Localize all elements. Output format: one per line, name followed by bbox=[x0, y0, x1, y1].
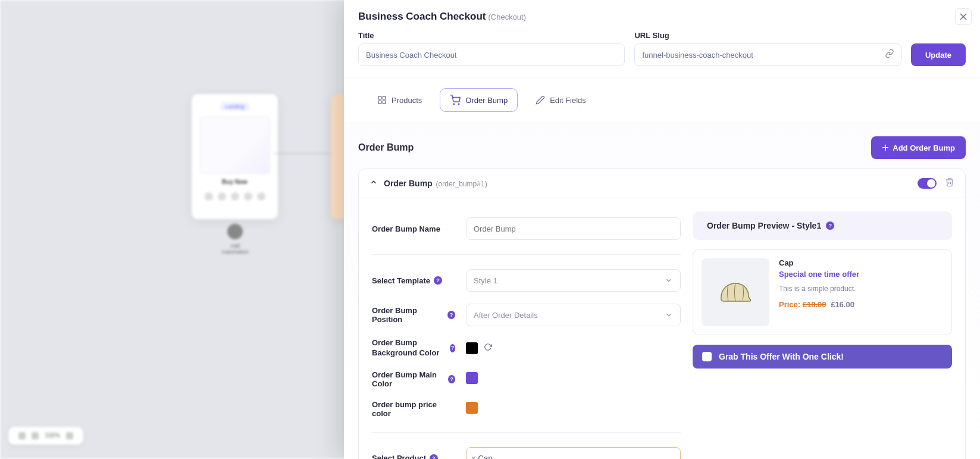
checkout-settings-panel: Business Coach Checkout (Checkout) Title… bbox=[344, 0, 980, 459]
help-icon[interactable]: ? bbox=[450, 344, 455, 352]
preview-box: Cap Special one time offer This is a sim… bbox=[693, 249, 952, 335]
preview-heading: Order Bump Preview - Style1 ? bbox=[693, 211, 952, 240]
row-bg-color: Order Bump Background Color ? bbox=[372, 332, 681, 364]
section-title: Order Bump bbox=[358, 142, 414, 153]
order-bump-form: Order Bump Name Select Template ? bbox=[372, 211, 681, 459]
grab-checkbox[interactable] bbox=[702, 352, 712, 361]
svg-rect-3 bbox=[378, 101, 381, 104]
link-icon[interactable] bbox=[885, 49, 894, 61]
tab-edit-fields[interactable]: Edit Fields bbox=[526, 88, 596, 112]
plus-icon bbox=[882, 144, 889, 151]
canvas-step-badge: Landing bbox=[220, 102, 249, 111]
tab-order-bump[interactable]: Order Bump bbox=[440, 88, 518, 112]
cart-icon bbox=[450, 95, 461, 105]
select-product-input[interactable]: ×Cap bbox=[466, 447, 681, 459]
panel-body: Order Bump Add Order Bump Order Bump (or… bbox=[344, 123, 980, 459]
name-input[interactable] bbox=[466, 217, 681, 240]
help-icon[interactable]: ? bbox=[447, 311, 455, 319]
preview-product-name: Cap bbox=[779, 258, 943, 267]
row-position: Order Bump Position ? After Order Detail… bbox=[372, 298, 681, 332]
row-price-color: Order bump price color bbox=[372, 394, 681, 424]
bg-color-swatch[interactable] bbox=[466, 342, 478, 354]
update-button[interactable]: Update bbox=[911, 43, 966, 66]
add-order-bump-label: Add Order Bump bbox=[893, 143, 955, 152]
chevron-down-icon bbox=[665, 276, 673, 285]
canvas-step-thumbnail bbox=[200, 117, 270, 174]
slug-label: URL Slug bbox=[634, 31, 901, 40]
grid-icon bbox=[377, 95, 387, 105]
order-bump-card-body: Order Bump Name Select Template ? bbox=[359, 198, 965, 459]
row-select-product: Select Product ? ×Cap bbox=[372, 441, 681, 459]
trash-icon bbox=[945, 177, 954, 187]
position-label: Order Bump Position ? bbox=[372, 306, 455, 324]
page-title: Business Coach Checkout bbox=[358, 11, 486, 23]
chevron-down-icon bbox=[665, 311, 673, 319]
title-field: Title bbox=[358, 31, 625, 66]
svg-rect-1 bbox=[383, 96, 386, 99]
preview-price: Price: £18.00 £16.00 bbox=[779, 300, 943, 309]
preview-offer-text: Special one time offer bbox=[779, 270, 943, 279]
svg-point-5 bbox=[459, 104, 460, 105]
delete-order-bump-button[interactable] bbox=[945, 177, 954, 189]
order-bump-card-title: Order Bump (order_bump#1) bbox=[384, 179, 487, 188]
canvas-add-step: Add Automation bbox=[220, 224, 250, 255]
bg-color-label: Order Bump Background Color ? bbox=[372, 338, 455, 358]
slug-input[interactable] bbox=[634, 43, 901, 66]
close-button[interactable] bbox=[955, 8, 972, 25]
divider bbox=[372, 254, 681, 255]
help-icon[interactable]: ? bbox=[448, 375, 455, 383]
row-name: Order Bump Name bbox=[372, 211, 681, 246]
preview-product-image bbox=[702, 258, 769, 326]
product-chip[interactable]: ×Cap bbox=[471, 454, 492, 459]
main-color-label: Order Bump Main Color ? bbox=[372, 370, 455, 388]
row-template: Select Template ? Style 1 bbox=[372, 263, 681, 298]
canvas-step-title: Buy Now bbox=[198, 179, 272, 185]
svg-point-4 bbox=[453, 104, 455, 105]
add-order-bump-button[interactable]: Add Order Bump bbox=[871, 136, 966, 159]
svg-rect-0 bbox=[378, 96, 381, 99]
main-color-swatch[interactable] bbox=[466, 372, 478, 384]
cap-icon bbox=[716, 277, 754, 307]
chevron-up-icon bbox=[370, 178, 378, 189]
order-bump-preview: Order Bump Preview - Style1 ? bbox=[693, 211, 952, 459]
canvas-step-actions bbox=[198, 192, 272, 201]
tab-products[interactable]: Products bbox=[368, 88, 431, 112]
price-color-label: Order bump price color bbox=[372, 400, 455, 418]
svg-rect-2 bbox=[383, 101, 386, 104]
divider bbox=[372, 432, 681, 433]
order-bump-card: Order Bump (order_bump#1) Order Bump Nam… bbox=[358, 168, 966, 459]
panel-header: Business Coach Checkout (Checkout) Title… bbox=[344, 0, 980, 77]
preview-description: This is a simple product. bbox=[779, 285, 943, 293]
template-label: Select Template ? bbox=[372, 276, 455, 285]
row-main-color: Order Bump Main Color ? bbox=[372, 364, 681, 394]
tab-bar: Products Order Bump Edit Fields bbox=[344, 77, 980, 123]
order-bump-card-header[interactable]: Order Bump (order_bump#1) bbox=[359, 169, 965, 198]
preview-grab-bar[interactable]: Grab This Offer With One Click! bbox=[693, 345, 952, 369]
grab-text: Grab This Offer With One Click! bbox=[719, 352, 844, 361]
canvas-connector bbox=[274, 153, 333, 154]
title-input[interactable] bbox=[358, 43, 625, 66]
order-bump-enable-toggle[interactable] bbox=[918, 178, 937, 189]
position-select[interactable]: After Order Details bbox=[466, 304, 681, 326]
close-icon bbox=[960, 13, 967, 20]
slug-field: URL Slug bbox=[634, 31, 901, 66]
remove-chip-icon[interactable]: × bbox=[471, 454, 476, 459]
tab-products-label: Products bbox=[392, 96, 422, 105]
help-icon[interactable]: ? bbox=[826, 221, 834, 230]
section-header: Order Bump Add Order Bump bbox=[358, 123, 966, 168]
pencil-icon bbox=[536, 95, 545, 105]
reset-color-button[interactable] bbox=[484, 343, 492, 354]
tab-edit-fields-label: Edit Fields bbox=[550, 96, 586, 105]
tab-order-bump-label: Order Bump bbox=[465, 96, 508, 105]
select-product-label: Select Product ? bbox=[372, 454, 455, 459]
help-icon[interactable]: ? bbox=[430, 454, 438, 459]
page-title-suffix: (Checkout) bbox=[488, 13, 526, 21]
price-color-swatch[interactable] bbox=[466, 402, 478, 414]
template-select[interactable]: Style 1 bbox=[466, 269, 681, 292]
refresh-icon bbox=[484, 343, 492, 351]
canvas-step-card: Landing Buy Now bbox=[192, 94, 278, 219]
canvas-zoom-bar: 100% bbox=[8, 427, 83, 445]
help-icon[interactable]: ? bbox=[434, 276, 442, 285]
title-label: Title bbox=[358, 31, 625, 40]
name-label: Order Bump Name bbox=[372, 224, 455, 233]
